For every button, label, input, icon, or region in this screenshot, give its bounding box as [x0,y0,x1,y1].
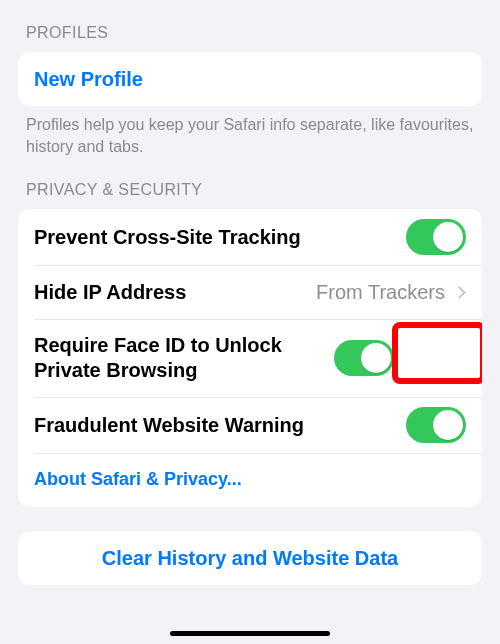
new-profile-row[interactable]: New Profile [18,52,482,106]
fraudulent-toggle[interactable] [406,407,466,443]
clear-history-label: Clear History and Website Data [34,546,466,571]
require-faceid-row[interactable]: Require Face ID to Unlock Private Browsi… [18,319,482,397]
profiles-header: PROFILES [18,24,482,42]
privacy-header: PRIVACY & SECURITY [18,181,482,199]
prevent-cross-site-label: Prevent Cross-Site Tracking [34,225,406,250]
profiles-group: New Profile [18,52,482,106]
hide-ip-label: Hide IP Address [34,280,316,305]
privacy-group: Prevent Cross-Site Tracking Hide IP Addr… [18,209,482,507]
hide-ip-row[interactable]: Hide IP Address From Trackers [18,265,482,319]
about-safari-privacy-row[interactable]: About Safari & Privacy... [18,453,482,507]
chevron-right-icon [453,286,466,299]
fraudulent-label: Fraudulent Website Warning [34,413,406,438]
clear-group: Clear History and Website Data [18,531,482,585]
settings-screen: PROFILES New Profile Profiles help you k… [0,0,500,644]
profiles-footer: Profiles help you keep your Safari info … [18,106,482,157]
about-safari-privacy-label: About Safari & Privacy... [34,468,466,491]
prevent-cross-site-row[interactable]: Prevent Cross-Site Tracking [18,209,482,265]
home-indicator [170,631,330,636]
new-profile-label: New Profile [34,67,466,92]
require-faceid-toggle[interactable] [334,340,394,376]
fraudulent-row[interactable]: Fraudulent Website Warning [18,397,482,453]
clear-history-row[interactable]: Clear History and Website Data [18,531,482,585]
hide-ip-value: From Trackers [316,281,445,304]
require-faceid-label: Require Face ID to Unlock Private Browsi… [34,333,334,383]
prevent-cross-site-toggle[interactable] [406,219,466,255]
